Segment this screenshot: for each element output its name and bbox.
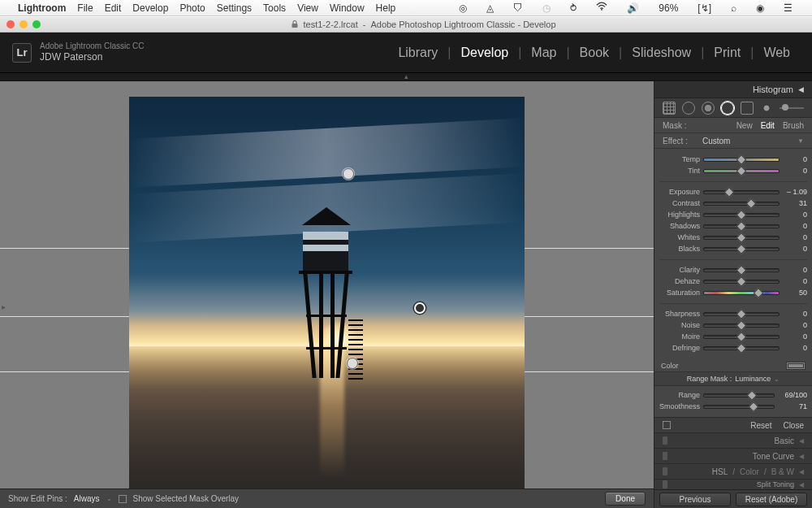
slider-whites[interactable] (703, 236, 780, 240)
section-tone-curve[interactable]: Tone Curve◀ (654, 448, 812, 463)
slider-value-clarity[interactable]: 0 (783, 266, 807, 274)
edit-pin-selected[interactable] (414, 302, 425, 314)
slider-value-dehaze[interactable]: 0 (783, 277, 807, 285)
slider-noise[interactable] (703, 323, 780, 328)
slider-value-range[interactable]: 69/100 (778, 391, 807, 399)
slider-value-smoothness[interactable]: 71 (778, 402, 807, 410)
slider-clarity[interactable] (703, 268, 780, 272)
menu-window[interactable]: Window (330, 2, 365, 14)
spotlight-icon[interactable]: ⌕ (731, 2, 736, 14)
menu-develop[interactable]: Develop (132, 2, 168, 14)
status-icon[interactable]: ◎ (459, 2, 467, 14)
slider-value-exposure[interactable]: – 1.09 (783, 188, 807, 196)
status-icon[interactable]: ◬ (486, 2, 494, 14)
identity-plate[interactable]: JDW Paterson (40, 51, 144, 63)
mask-brush-button[interactable]: Brush (783, 121, 804, 130)
canvas-area[interactable]: ▸ (0, 81, 654, 508)
menu-help[interactable]: Help (376, 2, 396, 14)
slider-range[interactable] (703, 393, 775, 397)
module-map[interactable]: Map (521, 46, 566, 60)
slider-saturation[interactable] (703, 291, 780, 295)
tool-amount-slider[interactable] (780, 107, 804, 109)
module-library[interactable]: Library (388, 46, 447, 60)
slider-value-tint[interactable]: 0 (783, 167, 807, 175)
color-picker-row[interactable]: Color (654, 360, 812, 372)
slider-label-highlights: Highlights (659, 211, 700, 219)
section-split-toning[interactable]: Split Toning◀ (654, 479, 812, 489)
edit-pin[interactable] (343, 168, 354, 180)
graduated-filter-tool-icon[interactable] (721, 102, 734, 115)
close-button[interactable]: Close (783, 421, 804, 430)
color-swatch-icon[interactable] (786, 362, 806, 370)
previous-button[interactable]: Previous (659, 493, 731, 506)
menu-edit[interactable]: Edit (105, 2, 122, 14)
effect-preset-row[interactable]: Effect : Custom ▼ (654, 133, 812, 149)
toggle-switch-icon[interactable] (663, 421, 671, 429)
slider-value-defringe[interactable]: 0 (783, 344, 807, 352)
module-book[interactable]: Book (570, 46, 619, 60)
adjustment-brush-tool-icon[interactable] (760, 102, 773, 115)
range-mask-header[interactable]: Range Mask : Luminance ⌄ (654, 372, 812, 386)
slider-temp[interactable] (703, 158, 780, 162)
slider-value-temp[interactable]: 0 (783, 155, 807, 163)
reset-adobe-button[interactable]: Reset (Adobe) (736, 493, 807, 506)
module-web[interactable]: Web (754, 46, 800, 60)
module-slideshow[interactable]: Slideshow (622, 46, 701, 60)
slider-value-contrast[interactable]: 31 (783, 199, 807, 207)
slider-value-whites[interactable]: 0 (783, 233, 807, 241)
slider-defringe[interactable] (703, 346, 780, 350)
top-panel-toggle[interactable]: ▴ (0, 73, 812, 81)
section-basic[interactable]: Basic◀ (654, 432, 812, 448)
volume-icon[interactable]: 🔊 (627, 2, 639, 14)
done-button[interactable]: Done (605, 492, 646, 506)
window-minimize-button[interactable] (19, 20, 28, 28)
slider-value-noise[interactable]: 0 (783, 321, 807, 329)
shield-icon[interactable]: ⛉ (513, 2, 523, 14)
mask-new-button[interactable]: New (736, 121, 753, 130)
mask-edit-button[interactable]: Edit (761, 121, 775, 130)
reset-button[interactable]: Reset (750, 421, 771, 430)
slider-blacks[interactable] (703, 247, 780, 251)
slider-highlights[interactable] (703, 213, 780, 217)
overlay-checkbox[interactable] (119, 495, 127, 503)
slider-value-shadows[interactable]: 0 (783, 222, 807, 230)
menu-settings[interactable]: Settings (217, 2, 252, 14)
slider-value-highlights[interactable]: 0 (783, 211, 807, 219)
wifi-icon[interactable] (596, 1, 607, 15)
slider-smoothness[interactable] (703, 405, 775, 409)
crop-tool-icon[interactable] (663, 102, 676, 115)
menu-app-name[interactable]: Lightroom (18, 2, 66, 14)
menu-view[interactable]: View (297, 2, 318, 14)
menu-tools[interactable]: Tools (263, 2, 286, 14)
menu-file[interactable]: File (77, 2, 93, 14)
slider-shadows[interactable] (703, 224, 780, 228)
notifications-icon[interactable]: ☰ (784, 2, 793, 14)
histogram-panel-header[interactable]: Histogram ◀ (654, 81, 812, 98)
slider-moire[interactable] (703, 335, 780, 339)
slider-value-moire[interactable]: 0 (783, 332, 807, 341)
radial-filter-tool-icon[interactable] (741, 102, 754, 115)
redeye-tool-icon[interactable] (702, 102, 715, 115)
slider-label-noise: Noise (659, 321, 700, 329)
window-close-button[interactable] (6, 20, 15, 28)
module-print[interactable]: Print (704, 46, 750, 60)
show-pins-dropdown[interactable]: Always (74, 494, 100, 503)
slider-tint[interactable] (703, 169, 780, 173)
slider-dehaze[interactable] (703, 280, 780, 284)
slider-sharpness[interactable] (703, 312, 780, 316)
menu-photo[interactable]: Photo (179, 2, 205, 14)
slider-contrast[interactable] (703, 202, 780, 206)
siri-icon[interactable]: ◉ (756, 2, 764, 14)
slider-value-blacks[interactable]: 0 (783, 245, 807, 253)
image-preview[interactable] (129, 97, 525, 493)
slider-value-sharpness[interactable]: 0 (783, 310, 807, 318)
sync-icon[interactable]: ⥁ (570, 2, 577, 14)
clock-icon[interactable]: ◷ (542, 2, 551, 14)
section-hsl[interactable]: HSL/ Color/ B & W ◀ (654, 463, 812, 479)
spot-removal-tool-icon[interactable] (682, 102, 695, 115)
slider-exposure[interactable] (703, 190, 780, 194)
slider-label-sharpness: Sharpness (659, 310, 700, 318)
slider-value-saturation[interactable]: 50 (783, 289, 807, 297)
window-zoom-button[interactable] (32, 20, 41, 28)
module-develop[interactable]: Develop (451, 46, 518, 60)
